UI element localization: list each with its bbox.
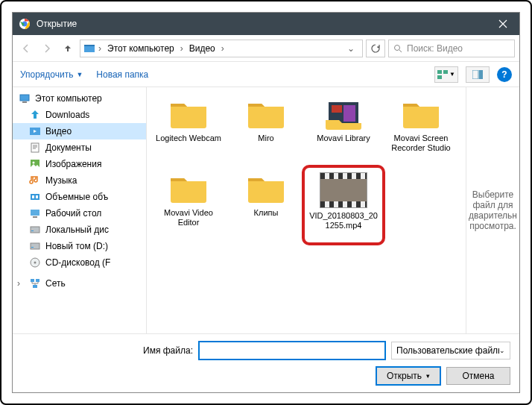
tree-item[interactable]: Downloads bbox=[13, 107, 146, 123]
search-input[interactable]: Поиск: Видео bbox=[388, 40, 515, 57]
chevron-right-icon: › bbox=[17, 278, 25, 289]
chrome-icon bbox=[19, 18, 31, 30]
filename-input[interactable] bbox=[199, 342, 385, 360]
svg-rect-10 bbox=[20, 95, 29, 101]
new-folder-button[interactable]: Новая папка bbox=[96, 69, 148, 80]
svg-point-4 bbox=[395, 45, 400, 50]
tree-item[interactable]: Новый том (D:) bbox=[13, 238, 146, 254]
svg-rect-20 bbox=[31, 210, 39, 216]
navigation-bar: › Этот компьютер › Видео › ⌄ Поиск: Виде… bbox=[13, 35, 519, 62]
tree-item[interactable]: Объемные объ bbox=[13, 189, 146, 205]
folder-item[interactable]: Movavi Screen Recorder Studio bbox=[384, 95, 458, 166]
svg-rect-22 bbox=[31, 227, 39, 233]
sidebar-tree: Этот компьютер DownloadsВидеоДокументыИз… bbox=[13, 87, 147, 333]
breadcrumb[interactable]: › Этот компьютер › Видео › ⌄ bbox=[80, 40, 363, 57]
svg-rect-24 bbox=[31, 243, 39, 249]
chevron-right-icon: › bbox=[221, 43, 224, 54]
breadcrumb-folder[interactable]: Видео bbox=[186, 43, 218, 54]
svg-rect-14 bbox=[31, 143, 39, 152]
folder-item[interactable]: Logitech Webcam bbox=[151, 95, 226, 166]
network-icon bbox=[29, 277, 41, 289]
tree-item-icon bbox=[29, 257, 41, 269]
open-button[interactable]: Открыть▾ bbox=[376, 367, 440, 385]
tree-item-label: Новый том (D:) bbox=[45, 241, 108, 251]
tree-item-icon bbox=[29, 207, 41, 219]
file-label: VID_20180803_201255.mp4 bbox=[309, 211, 378, 230]
tree-item[interactable]: CD-дисковод (F bbox=[13, 254, 146, 271]
chevron-down-icon: ⌄ bbox=[499, 347, 505, 354]
forward-button[interactable] bbox=[38, 40, 56, 57]
folder-icon bbox=[400, 98, 442, 131]
svg-rect-19 bbox=[36, 195, 38, 198]
svg-rect-18 bbox=[32, 195, 34, 198]
svg-rect-3 bbox=[84, 45, 95, 46]
folder-item[interactable]: Клипы bbox=[229, 169, 303, 241]
svg-rect-32 bbox=[332, 105, 342, 113]
file-grid[interactable]: Logitech WebcamMiroMovavi LibraryMovavi … bbox=[147, 87, 466, 333]
tree-item-label: CD-дисковод (F bbox=[45, 257, 110, 268]
tree-item-label: Downloads bbox=[45, 110, 89, 120]
svg-rect-33 bbox=[343, 105, 355, 122]
chevron-right-icon: › bbox=[180, 43, 183, 54]
folder-item[interactable]: Movavi Library bbox=[306, 95, 381, 166]
folder-icon bbox=[245, 98, 287, 131]
tree-item[interactable]: Музыка bbox=[13, 172, 146, 189]
help-button[interactable]: ? bbox=[497, 67, 512, 82]
folder-label: Movavi Library bbox=[317, 134, 370, 143]
folder-icon bbox=[168, 98, 209, 131]
svg-point-27 bbox=[34, 262, 37, 264]
cancel-button[interactable]: Отмена bbox=[446, 367, 510, 385]
file-video-selected[interactable]: VID_20180803_201255.mp4 bbox=[306, 169, 381, 241]
folder-label: Miro bbox=[258, 134, 273, 143]
svg-rect-8 bbox=[472, 70, 478, 79]
tree-item-icon bbox=[29, 142, 41, 154]
tree-item-icon bbox=[29, 125, 41, 137]
svg-rect-6 bbox=[443, 70, 448, 74]
tree-item[interactable]: Изображения bbox=[13, 156, 146, 172]
folder-icon bbox=[245, 172, 287, 205]
tree-item-label: Видео bbox=[45, 126, 72, 136]
folder-item[interactable]: Miro bbox=[229, 95, 303, 166]
svg-rect-9 bbox=[479, 70, 483, 79]
tree-item-label: Объемные объ bbox=[45, 192, 108, 202]
bottom-bar: Имя файла: Пользовательские файлы (*.n ⌄… bbox=[13, 333, 519, 392]
tree-item-label: Музыка bbox=[45, 175, 77, 186]
refresh-button[interactable] bbox=[366, 40, 385, 57]
breadcrumb-dropdown[interactable]: ⌄ bbox=[343, 43, 359, 54]
svg-rect-25 bbox=[31, 247, 34, 248]
organize-button[interactable]: Упорядочить ▼ bbox=[20, 69, 83, 80]
svg-rect-30 bbox=[33, 285, 37, 288]
tree-network[interactable]: › Сеть bbox=[13, 275, 146, 292]
tree-item-label: Изображения bbox=[45, 159, 101, 169]
back-button[interactable] bbox=[17, 40, 35, 57]
tree-item-icon bbox=[29, 191, 41, 203]
tree-item[interactable]: Видео bbox=[13, 123, 146, 139]
toolbar: Упорядочить ▼ Новая папка ▼ ? bbox=[13, 62, 519, 87]
titlebar: Открытие bbox=[13, 13, 519, 35]
tree-item-icon bbox=[29, 240, 41, 252]
folder-item[interactable]: Movavi Video Editor bbox=[151, 169, 226, 241]
tree-item-icon bbox=[29, 109, 41, 121]
tree-item[interactable]: Рабочий стол bbox=[13, 205, 146, 222]
chevron-down-icon: ▾ bbox=[426, 372, 430, 380]
folder-icon bbox=[323, 98, 364, 131]
close-button[interactable] bbox=[486, 13, 519, 35]
svg-rect-5 bbox=[437, 70, 442, 74]
video-folder-icon bbox=[83, 43, 95, 54]
svg-rect-23 bbox=[31, 230, 34, 231]
chevron-down-icon: ▼ bbox=[76, 71, 83, 78]
filename-label: Имя файла: bbox=[22, 345, 193, 356]
preview-pane-button[interactable] bbox=[466, 66, 490, 83]
tree-this-pc[interactable]: Этот компьютер bbox=[13, 90, 146, 107]
up-button[interactable] bbox=[59, 40, 77, 57]
filetype-select[interactable]: Пользовательские файлы (*.n ⌄ bbox=[391, 342, 510, 360]
tree-item[interactable]: Документы bbox=[13, 139, 146, 156]
breadcrumb-root[interactable]: Этот компьютер bbox=[104, 43, 177, 54]
file-open-dialog: Открытие › Этот компьютер › Видео › ⌄ bbox=[12, 12, 520, 393]
tree-item[interactable]: Локальный дис bbox=[13, 222, 146, 238]
tree-item-icon bbox=[29, 158, 41, 170]
view-mode-button[interactable]: ▼ bbox=[434, 66, 458, 83]
folder-icon bbox=[168, 172, 209, 205]
svg-rect-11 bbox=[22, 101, 27, 103]
pc-icon bbox=[19, 92, 31, 104]
